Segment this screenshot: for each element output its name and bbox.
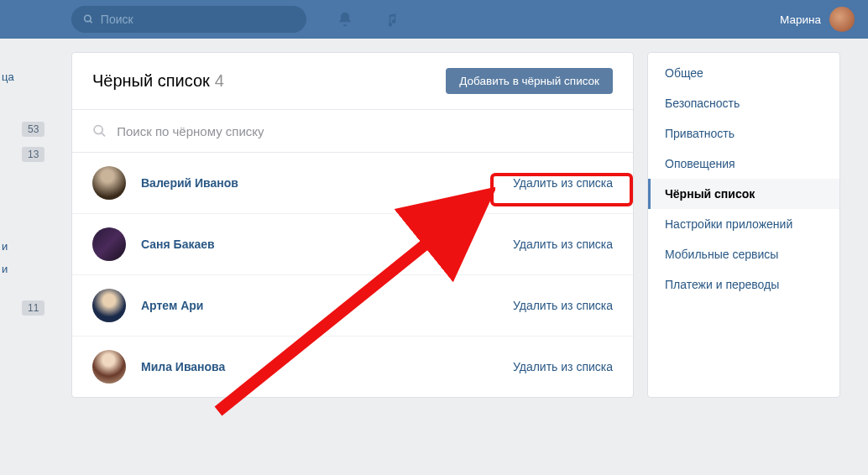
music-icon[interactable] xyxy=(384,12,399,27)
list-item: Артем Ари Удалить из списка xyxy=(72,275,633,337)
user-name-link[interactable]: Артем Ари xyxy=(141,299,203,312)
username: Марина xyxy=(780,13,821,26)
svg-point-0 xyxy=(85,15,91,21)
blacklist-search[interactable] xyxy=(72,110,633,153)
nav-item-fragment[interactable]: и xyxy=(0,235,8,258)
user-name-link[interactable]: Валерий Иванов xyxy=(141,176,238,190)
search-icon xyxy=(83,13,94,25)
sidebar-item-notifications[interactable]: Оповещения xyxy=(648,149,839,179)
nav-item-fragment[interactable]: ца xyxy=(0,65,14,88)
notifications-icon[interactable] xyxy=(337,11,353,28)
svg-line-1 xyxy=(90,21,92,23)
left-nav-fragment: и и xyxy=(0,235,8,280)
sidebar-item-general[interactable]: Общее xyxy=(648,58,839,88)
remove-from-list-link[interactable]: Удалить из списка xyxy=(513,299,613,312)
nav-badge: 11 xyxy=(0,300,44,316)
blacklist-panel: Чёрный список4 Добавить в чёрный список … xyxy=(71,52,634,398)
user-name-link[interactable]: Мила Иванова xyxy=(141,360,225,373)
sidebar-item-payments[interactable]: Платежи и переводы xyxy=(648,269,839,300)
avatar[interactable] xyxy=(92,350,126,384)
remove-from-list-link[interactable]: Удалить из списка xyxy=(513,360,613,373)
settings-sidebar: Общее Безопасность Приватность Оповещени… xyxy=(647,52,840,398)
left-nav-fragment: ца xyxy=(0,65,14,88)
top-header: Марина xyxy=(0,0,868,39)
panel-header: Чёрный список4 Добавить в чёрный список xyxy=(72,53,633,110)
nav-badge: 13 xyxy=(0,147,44,162)
sidebar-item-mobile[interactable]: Мобильные сервисы xyxy=(648,239,839,269)
remove-from-list-link[interactable]: Удалить из списка xyxy=(513,176,613,190)
svg-line-3 xyxy=(102,133,105,136)
avatar xyxy=(829,7,855,32)
list-item: Саня Бакаев Удалить из списка xyxy=(72,214,633,275)
list-item: Мила Иванова Удалить из списка xyxy=(72,337,633,397)
global-search[interactable] xyxy=(71,6,306,33)
sidebar-item-security[interactable]: Безопасность xyxy=(648,88,839,118)
sidebar-item-privacy[interactable]: Приватность xyxy=(648,118,839,149)
page-title: Чёрный список4 xyxy=(92,71,224,91)
sidebar-item-blacklist[interactable]: Чёрный список xyxy=(648,179,839,209)
blacklist-search-input[interactable] xyxy=(117,124,613,138)
list-item: Валерий Иванов Удалить из списка xyxy=(72,153,633,214)
remove-from-list-link[interactable]: Удалить из списка xyxy=(513,238,613,251)
nav-badge: 53 xyxy=(0,122,44,137)
nav-item-fragment[interactable]: и xyxy=(0,258,8,280)
avatar[interactable] xyxy=(92,227,126,261)
search-icon xyxy=(92,123,107,138)
svg-point-2 xyxy=(94,126,102,134)
user-menu[interactable]: Марина xyxy=(780,7,855,32)
user-name-link[interactable]: Саня Бакаев xyxy=(141,238,215,251)
add-to-blacklist-button[interactable]: Добавить в чёрный список xyxy=(446,68,613,94)
sidebar-item-apps[interactable]: Настройки приложений xyxy=(648,209,839,239)
search-input[interactable] xyxy=(101,13,295,26)
avatar[interactable] xyxy=(92,289,126,322)
avatar[interactable] xyxy=(92,166,126,200)
